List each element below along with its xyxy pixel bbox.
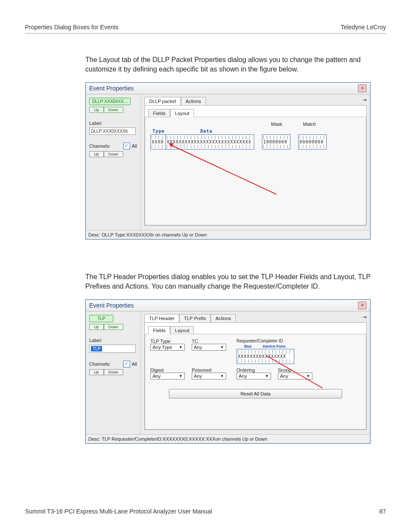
all-checkbox[interactable]: ✓ — [123, 361, 130, 367]
all-label: All — [132, 143, 137, 149]
tlptype-dropdown[interactable]: Any Type ▼ — [150, 344, 185, 351]
bitfield-area: Mask Match Type XXX0 — [150, 121, 361, 203]
paragraph-1: The Layout tab of the DLLP Packet Proper… — [85, 55, 386, 75]
mask-bits: 10000000 — [263, 140, 287, 144]
dialog-titlebar: Event Properties ✕ — [86, 300, 370, 311]
description-bar: Desc: TLP Requester/CompleterID:XXXXXXX0… — [86, 434, 370, 443]
down-button[interactable]: Down — [104, 107, 123, 113]
header-left: Properties Dialog Boxes for Events — [25, 24, 118, 31]
dllp-event-properties-dialog: Event Properties ✕ DLLP:XXX0XXX... Up Do… — [85, 82, 371, 240]
dialog-title: Event Properties — [89, 302, 134, 309]
data-caption: Data — [200, 129, 212, 134]
label-header: Label: — [89, 121, 137, 126]
tlptype-label: TLP Type — [150, 339, 185, 344]
reg-devfunc-label: Device Func — [263, 344, 286, 348]
tc-label: TC — [192, 339, 226, 344]
digest-value: Any — [153, 373, 161, 379]
all-label: All — [132, 361, 137, 367]
tab-tlp-header[interactable]: TLP Header — [144, 314, 179, 322]
ordering-label: Ordering — [237, 367, 271, 373]
chevron-down-icon: ▼ — [179, 345, 183, 349]
tc-dropdown[interactable]: Any ▼ — [192, 344, 226, 351]
running-header: Properties Dialog Boxes for Events Teled… — [25, 24, 386, 34]
reqcomp-register[interactable]: Bus Device Func XXXXXXX0XXXXXXXX — [237, 344, 294, 364]
label-input[interactable]: DLLP:XXX0XXXXb — [89, 128, 136, 135]
reqcomp-title: Requester/Completer ID — [237, 339, 294, 343]
channel-down-button[interactable]: Down — [104, 369, 123, 375]
ordering-value: Any — [239, 373, 247, 379]
page-footer: Summit T3-16 PCI Express Multi-Lane Prot… — [25, 508, 386, 515]
type-bits: XXX0 — [152, 140, 164, 144]
tab-actions[interactable]: Actions — [211, 314, 236, 322]
subtab-layout[interactable]: Layout — [170, 326, 194, 334]
label-value-highlight: TLP — [91, 346, 102, 352]
ordering-dropdown[interactable]: Any ▼ — [237, 373, 271, 380]
footer-left: Summit T3-16 PCI Express Multi-Lane Prot… — [25, 508, 212, 515]
channel-down-button[interactable]: Down — [104, 151, 123, 157]
pin-icon[interactable]: ⇥ — [362, 97, 367, 103]
subtab-fields[interactable]: Fields — [148, 109, 170, 117]
down-button[interactable]: Down — [104, 324, 123, 330]
chevron-down-icon: ▼ — [306, 374, 310, 378]
channels-header: Channels: — [89, 143, 111, 149]
pin-icon[interactable]: ⇥ — [362, 314, 367, 320]
dialog-titlebar: Event Properties ✕ — [86, 83, 370, 94]
chevron-down-icon: ▼ — [220, 374, 224, 378]
match-value[interactable]: 00000000 — [298, 134, 327, 149]
tab-dllp-packet[interactable]: DLLP packet — [144, 97, 181, 105]
header-right: Teledyne LeCroy — [341, 24, 386, 31]
poisoned-label: Poisoned — [192, 367, 226, 373]
tab-tlp-prefix[interactable]: TLP Prefix — [179, 314, 211, 322]
type-data-segment[interactable]: Type XXX0 Data XXXXXXXX — [150, 134, 254, 149]
page-number: 87 — [379, 508, 386, 515]
subtab-layout[interactable]: Layout — [170, 109, 194, 117]
reset-all-button[interactable]: Reset All Data — [169, 389, 342, 398]
poisoned-dropdown[interactable]: Any ▼ — [192, 373, 226, 380]
poisoned-value: Any — [194, 373, 202, 379]
channels-header: Channels: — [89, 361, 111, 367]
chevron-down-icon: ▼ — [220, 345, 224, 349]
up-button[interactable]: Up — [89, 107, 104, 113]
chevron-down-icon: ▼ — [179, 374, 183, 378]
event-badge[interactable]: TLP — [89, 315, 113, 322]
match-bits: 00000000 — [299, 140, 324, 144]
snoop-value: Any — [280, 373, 288, 379]
match-column-label: Match — [303, 121, 316, 127]
digest-dropdown[interactable]: Any ▼ — [150, 373, 185, 380]
main-panel: ⇥ TLP Header TLP Prefix Actions Fields L… — [141, 311, 370, 434]
event-badge[interactable]: DLLP:XXX0XXX... — [89, 98, 131, 105]
up-button[interactable]: Up — [89, 324, 104, 330]
channel-up-button[interactable]: Up — [89, 369, 104, 375]
tlp-event-properties-dialog: Event Properties ✕ TLP Up Down Label: TL… — [85, 299, 371, 444]
label-header: Label: — [89, 338, 137, 343]
reg-bits: XXXXXXX0XXXXXXXX — [238, 354, 286, 359]
close-icon[interactable]: ✕ — [358, 84, 367, 92]
channel-up-button[interactable]: Up — [89, 151, 104, 157]
sidebar: TLP Up Down Label: TLP Channels: — [86, 311, 141, 434]
close-icon[interactable]: ✕ — [358, 302, 367, 309]
mask-value[interactable]: 10000000 — [262, 134, 290, 149]
all-checkbox[interactable]: ✓ — [123, 143, 130, 149]
description-bar: Desc: DLLP Type:XXX0XXXXb on channels Up… — [86, 230, 370, 239]
chevron-down-icon: ▼ — [265, 374, 269, 378]
digest-label: Digest — [150, 367, 185, 373]
tlptype-value: Any Type — [153, 345, 172, 350]
mask-column-label: Mask — [271, 121, 282, 127]
main-panel: ⇥ DLLP packet Actions Fields Layout Mask — [141, 94, 370, 230]
reg-bus-label: Bus — [244, 344, 252, 348]
subtab-fields[interactable]: Fields — [148, 326, 170, 334]
dialog-title: Event Properties — [89, 85, 134, 92]
tab-actions[interactable]: Actions — [181, 97, 206, 105]
paragraph-2: The TLP Header Properties dialog enables… — [85, 272, 386, 292]
sidebar: DLLP:XXX0XXX... Up Down Label: DLLP:XXX0… — [86, 94, 141, 230]
tc-value: Any — [194, 345, 202, 350]
label-input[interactable]: TLP — [89, 345, 136, 353]
callout-line — [171, 145, 277, 195]
type-caption: Type — [153, 129, 165, 134]
data-bits: XXXXXXXXXXXXXXXXXXXXXXXXXXXX — [167, 140, 252, 144]
